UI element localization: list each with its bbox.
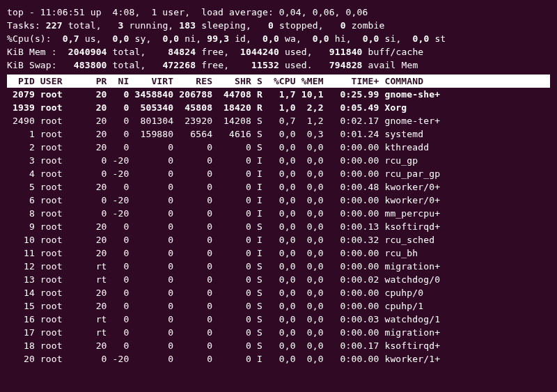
process-row: 16 root rt 0 0 0 0 S 0,0 0,0 0:00.03 wat…: [7, 313, 550, 326]
process-row: 9 root 20 0 0 0 0 S 0,0 0,0 0:00.13 ksof…: [7, 220, 550, 233]
summary-line-tasks: Tasks: 227 total, 3 running, 183 sleepin…: [7, 19, 550, 32]
process-row: 2490 root 20 0 801304 23920 14208 S 0,7 …: [7, 114, 550, 127]
process-table-body: 2079 root 20 0 3458840 206788 44708 R 1,…: [7, 88, 550, 366]
process-row: 2 root 20 0 0 0 0 S 0,0 0,0 0:00.00 kthr…: [7, 141, 550, 154]
process-row: 6 root 0 -20 0 0 0 I 0,0 0,0 0:00.00 kwo…: [7, 194, 550, 207]
process-row: 17 root rt 0 0 0 0 S 0,0 0,0 0:00.00 mig…: [7, 326, 550, 339]
process-row: 18 root 20 0 0 0 0 S 0,0 0,0 0:00.17 kso…: [7, 339, 550, 352]
process-row: 20 root 0 -20 0 0 0 I 0,0 0,0 0:00.00 kw…: [7, 352, 550, 366]
process-row: 12 root rt 0 0 0 0 S 0,0 0,0 0:00.00 mig…: [7, 260, 550, 273]
process-row: 3 root 0 -20 0 0 0 I 0,0 0,0 0:00.00 rcu…: [7, 154, 550, 167]
process-row: 10 root 20 0 0 0 0 I 0,0 0,0 0:00.32 rcu…: [7, 233, 550, 246]
process-row: 15 root 20 0 0 0 0 S 0,0 0,0 0:00.00 cpu…: [7, 299, 550, 313]
process-row: 1939 root 20 0 505340 45808 18420 R 1,0 …: [7, 101, 550, 114]
process-row: 5 root 20 0 0 0 0 I 0,0 0,0 0:00.48 kwor…: [7, 180, 550, 194]
process-row: 1 root 20 0 159880 6564 4616 S 0,0 0,3 0…: [7, 127, 550, 141]
process-row: 13 root rt 0 0 0 0 S 0,0 0,0 0:00.02 wat…: [7, 273, 550, 286]
process-row: 14 root 20 0 0 0 0 S 0,0 0,0 0:00.00 cpu…: [7, 286, 550, 299]
process-row: 11 root 20 0 0 0 0 I 0,0 0,0 0:00.00 rcu…: [7, 246, 550, 260]
process-row: 2079 root 20 0 3458840 206788 44708 R 1,…: [7, 88, 550, 101]
process-row: 4 root 0 -20 0 0 0 I 0,0 0,0 0:00.00 rcu…: [7, 167, 550, 180]
summary-line-1: top - 11:06:51 up 4:08, 1 user, load ave…: [7, 6, 550, 19]
summary-line-swap: KiB Swap: 483800 total, 472268 free, 115…: [7, 58, 550, 72]
process-row: 8 root 0 -20 0 0 0 I 0,0 0,0 0:00.00 mm_…: [7, 207, 550, 220]
process-table-header: PID USER PR NI VIRT RES SHR S %CPU %MEM …: [7, 75, 550, 88]
summary-line-cpu: %Cpu(s): 0,7 us, 0,0 sy, 0,0 ni, 99,3 id…: [7, 32, 550, 45]
summary-line-mem: KiB Mem : 2040904 total, 84824 free, 104…: [7, 45, 550, 58]
